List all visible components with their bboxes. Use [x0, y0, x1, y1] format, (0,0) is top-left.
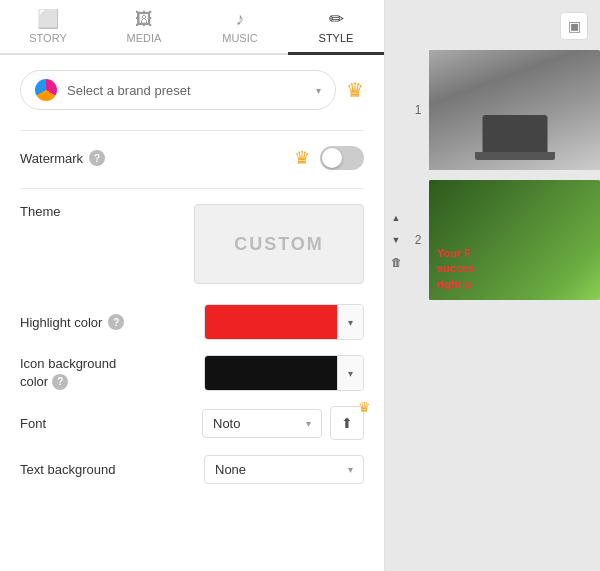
highlight-color-row: Highlight color ? ▾: [20, 304, 364, 340]
text-bg-row: Text background None ▾: [20, 455, 364, 484]
watermark-row: Watermark ? ♛: [20, 146, 364, 170]
story-icon: ⬜: [37, 10, 59, 28]
tab-story-label: STORY: [29, 32, 67, 44]
preview-number-2: 2: [407, 233, 429, 247]
theme-preview: CUSTOM: [194, 204, 364, 284]
font-select[interactable]: Noto ▾: [202, 409, 322, 438]
theme-preview-text: CUSTOM: [234, 234, 324, 255]
icon-bg-line2-group: color ?: [20, 373, 160, 391]
font-select-arrow-icon: ▾: [306, 418, 311, 429]
tab-bar: ⬜ STORY 🖼 MEDIA ♪ MUSIC ✏ STYLE: [0, 0, 384, 55]
theme-section: Theme CUSTOM: [20, 204, 364, 284]
text-bg-label: Text background: [20, 462, 140, 477]
tab-style[interactable]: ✏ STYLE: [288, 0, 384, 55]
highlight-color-label: Highlight color ?: [20, 314, 160, 330]
watermark-toggle[interactable]: [320, 146, 364, 170]
brand-preset-label: Select a brand preset: [67, 83, 306, 98]
brand-preset-crown-icon: ♛: [346, 78, 364, 102]
font-label: Font: [20, 416, 100, 431]
preview-thumb-2[interactable]: Your Fsuccesright p: [429, 180, 600, 300]
highlight-color-arrow-icon: ▾: [337, 305, 363, 339]
tab-style-label: STYLE: [319, 32, 354, 44]
nav-down-2[interactable]: ▼: [387, 231, 405, 249]
tab-story[interactable]: ⬜ STORY: [0, 0, 96, 55]
watermark-toggle-knob: [322, 148, 342, 168]
preview-nav-2: ▲ ▼ 🗑: [385, 209, 407, 271]
highlight-color-swatch: [205, 305, 337, 339]
left-panel: ⬜ STORY 🖼 MEDIA ♪ MUSIC ✏ STYLE Select a…: [0, 0, 385, 571]
preview-list: ▲ ▼ 🗑 1 ▲ ▼ 🗑 2: [385, 0, 600, 571]
text-bg-value: None: [215, 462, 246, 477]
icon-bg-color-row: Icon background color ? ▾: [20, 355, 364, 391]
font-controls: Noto ▾ ⬆ ♛: [202, 406, 364, 440]
watermark-crown-icon: ♛: [294, 147, 310, 169]
panel-content: Select a brand preset ▾ ♛ Watermark ? ♛: [0, 55, 384, 571]
icon-bg-line2: color: [20, 373, 48, 391]
icon-bg-color-section: Icon background color ? ▾: [20, 355, 364, 391]
tab-music[interactable]: ♪ MUSIC: [192, 0, 288, 55]
highlight-color-picker[interactable]: ▾: [204, 304, 364, 340]
icon-bg-help-icon[interactable]: ?: [52, 374, 68, 390]
icon-bg-color-swatch: [205, 356, 337, 390]
media-icon: 🖼: [135, 10, 153, 28]
text-bg-arrow-icon: ▾: [348, 464, 353, 475]
panel-toggle-icon: ▣: [568, 18, 581, 34]
highlight-color-help-icon[interactable]: ?: [108, 314, 124, 330]
divider-1: [20, 130, 364, 131]
highlight-color-label-text: Highlight color: [20, 315, 102, 330]
font-upload-crown-icon: ♛: [358, 399, 371, 415]
tab-music-label: MUSIC: [222, 32, 257, 44]
preview-text-overlay-2: Your Fsuccesright p: [437, 246, 474, 292]
icon-bg-color-label: Icon background color ?: [20, 355, 160, 391]
watermark-label-text: Watermark: [20, 151, 83, 166]
brand-preset-arrow-icon: ▾: [316, 85, 321, 96]
theme-label: Theme: [20, 204, 60, 219]
font-row: Font Noto ▾ ⬆ ♛: [20, 406, 364, 440]
brand-preset-color-icon: [35, 79, 57, 101]
font-upload-icon: ⬆: [341, 415, 353, 431]
font-value: Noto: [213, 416, 240, 431]
font-upload-button[interactable]: ⬆ ♛: [330, 406, 364, 440]
brand-preset-row: Select a brand preset ▾ ♛: [20, 70, 364, 110]
panel-toggle-button[interactable]: ▣: [560, 12, 588, 40]
tab-media-label: MEDIA: [127, 32, 162, 44]
watermark-controls: ♛: [294, 146, 364, 170]
style-icon: ✏: [329, 10, 344, 28]
right-panel: ▣ ▲ ▼ 🗑 1 ▲ ▼: [385, 0, 600, 571]
watermark-help-icon[interactable]: ?: [89, 150, 105, 166]
divider-2: [20, 188, 364, 189]
watermark-label: Watermark ?: [20, 150, 150, 166]
preview-item-2: ▲ ▼ 🗑 2 Your Fsuccesright p: [385, 180, 600, 300]
nav-up-2[interactable]: ▲: [387, 209, 405, 227]
icon-bg-line1: Icon background: [20, 355, 160, 373]
text-bg-select[interactable]: None ▾: [204, 455, 364, 484]
preview-item-1: ▲ ▼ 🗑 1: [385, 50, 600, 170]
icon-bg-color-arrow-icon: ▾: [337, 356, 363, 390]
music-icon: ♪: [236, 10, 245, 28]
tab-media[interactable]: 🖼 MEDIA: [96, 0, 192, 55]
preview-number-1: 1: [407, 103, 429, 117]
nav-delete-2[interactable]: 🗑: [387, 253, 405, 271]
preview-thumb-1[interactable]: [429, 50, 600, 170]
icon-bg-color-picker[interactable]: ▾: [204, 355, 364, 391]
brand-preset-select[interactable]: Select a brand preset ▾: [20, 70, 336, 110]
